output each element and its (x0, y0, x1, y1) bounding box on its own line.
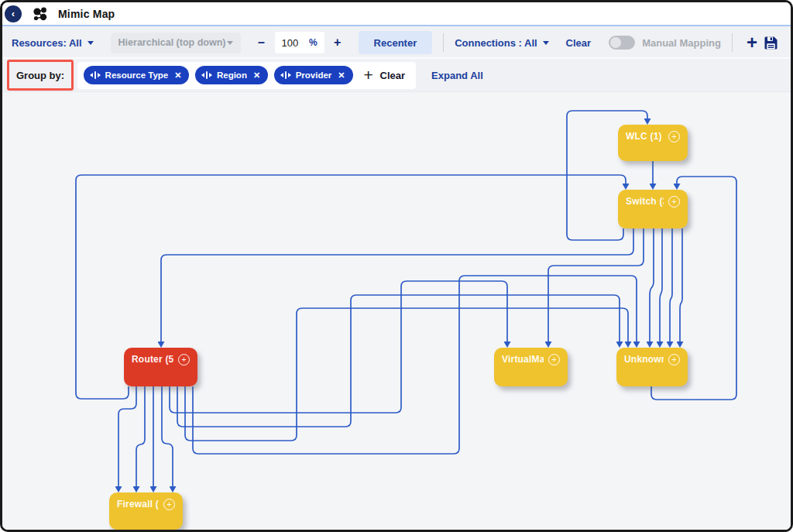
mimic-map-logo-icon (31, 5, 50, 22)
edge-switch-to-unknown (670, 228, 672, 342)
toolbar: Resources: All Hierarchical (top down) –… (2, 28, 791, 57)
toggle-knob (610, 37, 621, 48)
chip-close-icon[interactable]: ✕ (253, 70, 260, 81)
edge-router-to-firewall (118, 386, 136, 487)
save-icon (764, 36, 778, 50)
zoom-input[interactable] (282, 37, 307, 49)
add-button[interactable]: + (743, 35, 760, 50)
manual-mapping-label: Manual Mapping (642, 37, 721, 49)
group-by-clear-button[interactable]: Clear (380, 70, 406, 81)
node-label: Switch (3) (626, 196, 664, 207)
chip-label: Region (217, 70, 247, 80)
zoom-value-box: % (275, 32, 324, 53)
chip-list: Resource Type✕Region✕Provider✕ (84, 66, 359, 84)
drag-handle-icon (201, 71, 212, 79)
node-unknown[interactable]: Unknown (7)+ (616, 348, 688, 386)
resources-dropdown-label: Resources: All (12, 37, 82, 49)
node-expand-icon[interactable]: + (163, 499, 175, 510)
node-expand-icon[interactable]: + (668, 196, 680, 208)
chip-close-icon[interactable]: ✕ (174, 70, 181, 81)
node-router[interactable]: Router (5)+ (124, 348, 197, 386)
node-label: Unknown (7) (624, 354, 664, 365)
chevron-down-icon (227, 41, 233, 45)
node-expand-icon[interactable]: + (668, 354, 680, 366)
group-chip-resource-type[interactable]: Resource Type✕ (84, 66, 189, 84)
connections-dropdown-label: Connections : All (455, 37, 537, 49)
connections-dropdown[interactable]: Connections : All (455, 37, 548, 49)
expand-all-button[interactable]: Expand All (431, 70, 483, 81)
recenter-button[interactable]: Recenter (359, 31, 433, 54)
chip-close-icon[interactable]: ✕ (338, 70, 345, 81)
node-label: VirtualMac... (502, 354, 544, 365)
group-chip-region[interactable]: Region✕ (195, 66, 268, 84)
chevron-down-icon (543, 41, 549, 45)
group-by-label: Group by: (16, 70, 64, 81)
node-firewall[interactable]: Firewall (2)+ (109, 493, 183, 530)
connections-clear-button[interactable]: Clear (566, 37, 592, 49)
layout-dropdown[interactable]: Hierarchical (top down) (111, 33, 241, 53)
edge-switch-to-unknown (680, 228, 682, 342)
toolbar-divider (732, 33, 733, 52)
node-switch[interactable]: Switch (3)+ (618, 190, 688, 228)
chip-label: Provider (296, 70, 332, 80)
map-canvas[interactable]: WLC (1)+Switch (3)+Router (5)+VirtualMac… (2, 91, 791, 530)
node-wlc[interactable]: WLC (1)+ (618, 125, 688, 161)
back-button[interactable]: ‹ (5, 5, 22, 22)
app-window: ‹ Mimic Map Resources: All Hierarchical … (0, 0, 793, 532)
node-label: WLC (1) (626, 131, 662, 142)
resources-dropdown[interactable]: Resources: All (12, 37, 94, 49)
edge-router-to-virtualmachine (170, 281, 507, 413)
header-bar: ‹ Mimic Map (2, 2, 791, 26)
edge-switch-to-virtualmachine (548, 228, 644, 342)
node-expand-icon[interactable]: + (548, 354, 560, 366)
group-by-highlight-box: Group by: (7, 60, 74, 91)
plus-icon: + (747, 35, 757, 50)
toolbar-divider (443, 33, 444, 52)
toolbar-right-group: Manual Mapping + (609, 33, 781, 52)
node-label: Firewall (2) (117, 499, 159, 510)
node-expand-icon[interactable]: + (668, 131, 680, 142)
edge-switch-to-unknown (660, 228, 662, 342)
group-by-bar: Group by: Resource Type✕Region✕Provider✕… (2, 59, 791, 91)
drag-handle-icon (90, 71, 101, 79)
zoom-in-button[interactable]: + (328, 33, 348, 53)
edge-switch-to-unknown (650, 228, 654, 342)
node-virtualmachine[interactable]: VirtualMac...+ (494, 348, 568, 386)
group-by-chip-panel: Resource Type✕Region✕Provider✕ + Clear (77, 62, 416, 89)
zoom-out-button[interactable]: – (252, 33, 272, 53)
group-chip-provider[interactable]: Provider✕ (274, 66, 352, 84)
chip-label: Resource Type (105, 70, 169, 80)
edge-router-to-firewall (162, 386, 173, 487)
edge-router-to-firewall (136, 386, 145, 487)
drag-handle-icon (280, 71, 291, 79)
manual-mapping-toggle[interactable] (609, 36, 635, 50)
node-label: Router (5) (132, 354, 173, 365)
chevron-down-icon (88, 41, 94, 45)
page-title: Mimic Map (58, 8, 115, 20)
node-expand-icon[interactable]: + (178, 354, 190, 366)
zoom-controls: – % + (252, 32, 348, 53)
layout-dropdown-value: Hierarchical (top down) (118, 37, 226, 48)
save-button[interactable] (760, 36, 781, 50)
add-group-chip-button[interactable]: + (364, 67, 373, 83)
zoom-percent-label: % (309, 37, 318, 48)
edge-switch-to-router (161, 228, 633, 342)
